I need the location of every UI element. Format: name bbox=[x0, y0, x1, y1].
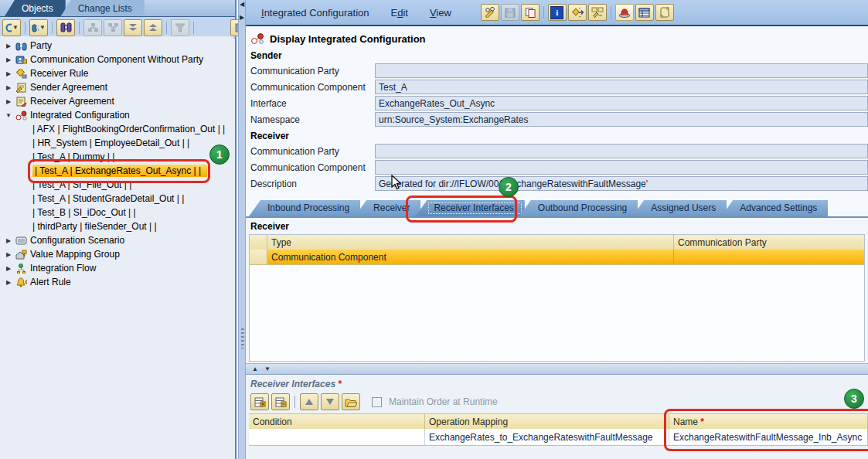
menu-view[interactable]: View bbox=[430, 7, 451, 19]
object-tree: ▶ Party ▶ Communication Component Withou… bbox=[0, 36, 233, 459]
splitter-up-icon[interactable]: ▲ bbox=[252, 366, 258, 372]
receiver-interfaces-row[interactable]: ExchangeRates_to_ExchangeRateswithFaultM… bbox=[249, 429, 867, 445]
tree-item-ico-hr-system[interactable]: | HR_System | EmployeeDetail_Out | | bbox=[0, 136, 233, 150]
tree-item-label: | Test_A | ExchangeRates_Out_Async | | bbox=[32, 165, 207, 177]
alert-rule-icon bbox=[15, 277, 27, 287]
open-button[interactable] bbox=[342, 393, 360, 410]
expander-icon[interactable]: ▶ bbox=[5, 56, 12, 63]
splitter-grip[interactable] bbox=[241, 328, 244, 348]
save-button[interactable] bbox=[501, 4, 519, 21]
delete-row-button[interactable] bbox=[271, 393, 290, 410]
tree-item-receiver-rule[interactable]: ▶ Receiver Rule bbox=[0, 66, 233, 80]
menu-integrated-configuration[interactable]: Integrated Configuration bbox=[261, 7, 369, 19]
tab-assigned-users[interactable]: Assigned Users bbox=[632, 200, 727, 216]
header-data-button[interactable] bbox=[615, 4, 634, 21]
cell-type[interactable]: Communication Component bbox=[267, 250, 674, 264]
tree-item-label: Party bbox=[30, 40, 52, 51]
copy-button[interactable] bbox=[521, 4, 540, 21]
tree-item-configuration-scenario[interactable]: ▶ Configuration Scenario bbox=[0, 233, 233, 247]
receiver-communication-party-field[interactable] bbox=[375, 144, 868, 158]
tree-item-ico-afx[interactable]: | AFX | FlightBookingOrderConfirmation_O… bbox=[0, 122, 233, 136]
copy-icon bbox=[525, 7, 536, 18]
maintain-order-label: Maintain Order at Runtime bbox=[389, 396, 498, 407]
expander-icon[interactable]: ▶ bbox=[5, 265, 12, 272]
move-down-button[interactable] bbox=[321, 393, 339, 410]
horizontal-splitter[interactable]: ▲ ▼ bbox=[246, 363, 868, 375]
tree-item-communication-component-without-party[interactable]: ▶ Communication Component Without Party bbox=[0, 53, 233, 66]
cell-name[interactable]: ExchangeRateswithFaultMessage_Inb_Async bbox=[669, 429, 867, 445]
search-button[interactable]: ▼ bbox=[29, 19, 48, 36]
row-selector-header bbox=[250, 235, 267, 250]
list-view-button[interactable] bbox=[635, 4, 654, 21]
tree-item-sender-agreement[interactable]: ▶ Sender Agreement bbox=[0, 80, 233, 94]
cell-condition[interactable] bbox=[249, 429, 425, 445]
move-down-hierarchy-button[interactable] bbox=[83, 19, 102, 36]
tab-advanced-settings[interactable]: Advanced Settings bbox=[721, 200, 828, 216]
tab-change-lists[interactable]: Change Lists bbox=[61, 0, 145, 16]
tree-item-ico-filesender-out[interactable]: | thirdParty | fileSender_Out | | bbox=[0, 219, 233, 233]
expander-icon[interactable]: ▶ bbox=[5, 42, 12, 49]
tree-item-value-mapping-group[interactable]: ▶ Value Mapping Group bbox=[0, 247, 233, 261]
collapse-left-icon[interactable]: ◀ bbox=[240, 1, 244, 8]
expander-icon[interactable]: ▼ bbox=[5, 112, 12, 119]
menu-edit[interactable]: Edit bbox=[391, 7, 408, 19]
tree-item-ico-exchangerates-selected[interactable]: | Test_A | ExchangeRates_Out_Async | | bbox=[0, 164, 233, 178]
where-used-icon bbox=[571, 7, 584, 18]
expander-icon[interactable]: ▶ bbox=[5, 237, 12, 244]
move-up-button[interactable] bbox=[300, 393, 318, 410]
tab-content: Receiver Type Communication Party Commun… bbox=[246, 218, 868, 363]
description-field[interactable]: Generated for dir://IFLOW/001'ExchangeRa… bbox=[375, 176, 868, 191]
receiver-table-row[interactable]: Communication Component bbox=[250, 250, 864, 264]
tree-item-ico-si-file-out[interactable]: | Test_A | SI_File_Out | | bbox=[0, 178, 233, 192]
tree-item-party[interactable]: ▶ Party bbox=[0, 39, 233, 53]
history-button[interactable] bbox=[655, 4, 674, 21]
display-object-button[interactable]: ▼ bbox=[2, 19, 21, 36]
expander-icon[interactable]: ▶ bbox=[5, 84, 12, 91]
tab-outbound-processing[interactable]: Outbound Processing bbox=[519, 200, 638, 216]
tree-item-integration-flow[interactable]: ▶ Integration Flow bbox=[0, 261, 233, 275]
filter-button[interactable] bbox=[171, 19, 189, 36]
tree-item-ico-test-a-dummy[interactable]: | Test_A | Dummy | | bbox=[0, 150, 233, 164]
find-button[interactable] bbox=[56, 19, 75, 36]
collapse-all-button[interactable] bbox=[144, 19, 162, 36]
tab-receiver[interactable]: Receiver bbox=[355, 200, 420, 216]
tab-inbound-processing[interactable]: Inbound Processing bbox=[249, 200, 360, 216]
receiver-communication-component-field[interactable] bbox=[375, 160, 868, 175]
receiver-interfaces-heading: Receiver Interfaces bbox=[250, 379, 335, 389]
where-used-button[interactable] bbox=[568, 4, 587, 21]
expander-icon[interactable]: ▶ bbox=[5, 251, 12, 258]
tab-objects[interactable]: Objects bbox=[5, 0, 66, 16]
sender-communication-component-field[interactable]: Test_A bbox=[375, 80, 868, 94]
receiver-table: Type Communication Party Communication C… bbox=[249, 234, 865, 362]
separator bbox=[25, 22, 26, 34]
maintain-order-checkbox[interactable] bbox=[372, 397, 382, 407]
row-selector[interactable] bbox=[250, 250, 267, 264]
cell-communication-party[interactable] bbox=[674, 250, 864, 264]
expander-icon[interactable]: ▶ bbox=[5, 70, 12, 77]
switch-edit-mode-button[interactable] bbox=[481, 4, 499, 21]
tree-item-ico-si-idoc-out[interactable]: | Test_B | SI_iDoc_Out | | bbox=[0, 206, 233, 219]
expander-icon[interactable]: ▶ bbox=[5, 279, 12, 286]
tree-item-alert-rule[interactable]: ▶ Alert Rule bbox=[0, 275, 233, 289]
insert-row-button[interactable] bbox=[250, 393, 269, 410]
tree-item-integrated-configuration[interactable]: ▼ Integrated Configuration bbox=[0, 108, 233, 122]
sender-namespace-field[interactable]: urn:Source_System:ExchangeRates bbox=[375, 112, 868, 127]
double-chevron-down-icon bbox=[128, 23, 138, 32]
cell-operation-mapping[interactable]: ExchangeRates_to_ExchangeRateswithFaultM… bbox=[425, 429, 669, 445]
tree-item-receiver-agreement[interactable]: ▶ Receiver Agreement bbox=[0, 94, 233, 108]
hierarchy-down-icon bbox=[87, 22, 99, 32]
sender-interface-field[interactable]: ExchangeRates_Out_Async bbox=[375, 96, 868, 110]
info-button[interactable]: i bbox=[548, 4, 567, 21]
splitter-down-icon[interactable]: ▼ bbox=[264, 366, 271, 372]
expand-right-icon[interactable]: ▶ bbox=[240, 14, 244, 21]
tab-receiver-interfaces[interactable]: Receiver Interfaces bbox=[415, 200, 524, 216]
expand-all-button[interactable] bbox=[124, 19, 142, 36]
move-up-hierarchy-button[interactable] bbox=[104, 19, 122, 36]
tree-item-label: | Test_B | SI_iDoc_Out | | bbox=[32, 207, 136, 218]
check-objects-button[interactable] bbox=[588, 4, 607, 21]
sender-communication-party-field[interactable] bbox=[375, 63, 868, 78]
tree-item-ico-studentgradedetail[interactable]: | Test_A | StudentGradeDetail_Out | | bbox=[0, 192, 233, 206]
panel-splitter[interactable]: ◀ ▶ bbox=[238, 0, 246, 459]
expander-icon[interactable]: ▶ bbox=[5, 98, 12, 105]
tree-item-label: | thirdParty | fileSender_Out | | bbox=[32, 221, 157, 232]
